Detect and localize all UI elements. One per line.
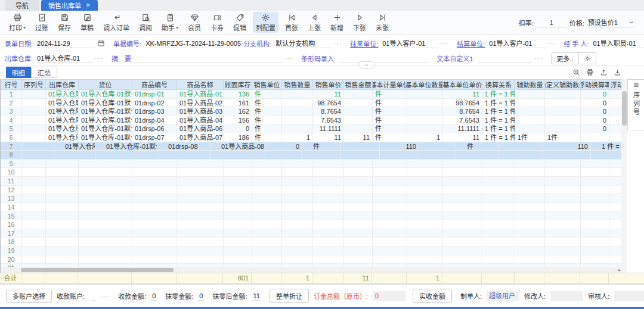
grid-cell-conv[interactable] bbox=[482, 229, 515, 238]
grid-cell-stock[interactable]: 0 bbox=[224, 124, 252, 133]
grid-cell-base_qty[interactable] bbox=[407, 203, 443, 211]
grid-cell-unit[interactable]: 件 bbox=[252, 90, 282, 98]
grid-cell-amount[interactable] bbox=[344, 194, 373, 202]
grid-cell-serial[interactable] bbox=[22, 168, 46, 176]
grid-row[interactable]: 20 bbox=[1, 255, 621, 264]
grid-cell-stock[interactable] bbox=[224, 168, 252, 176]
grid-cell-location[interactable]: 01导入仓库-01默认货位 bbox=[79, 124, 132, 133]
grid-cell-base_price[interactable]: 11.1111 bbox=[443, 124, 482, 133]
tab-sales-outbound[interactable]: 销售出库单 ✕ bbox=[41, 0, 98, 11]
grid-cell-name[interactable]: 01导入商品-06 bbox=[177, 124, 224, 133]
column-header-name[interactable]: 商品名称 bbox=[177, 80, 224, 89]
grid-cell-name[interactable] bbox=[177, 194, 224, 202]
grid-cell-location[interactable]: 01导入仓库-01默认货位 bbox=[79, 107, 132, 116]
grid-cell-code[interactable]: 01drsp-07 bbox=[132, 133, 177, 142]
grid-cell-price[interactable] bbox=[313, 160, 344, 168]
grid-cell-code[interactable]: 01drsp-03 bbox=[132, 107, 177, 116]
grid-cell-code[interactable] bbox=[132, 212, 177, 220]
grid-cell-base_qty[interactable] bbox=[407, 107, 443, 116]
grid-cell-float2[interactable] bbox=[609, 229, 621, 238]
grid-cell-unit[interactable]: 件 bbox=[252, 124, 282, 133]
outbound-warehouse-input[interactable]: 01导入仓库-01 bbox=[36, 54, 93, 63]
grid-cell-serial[interactable] bbox=[22, 133, 46, 142]
grid-cell-code[interactable] bbox=[132, 168, 177, 176]
grid-cell-serial[interactable] bbox=[22, 177, 46, 185]
grid-cell-float_rate[interactable] bbox=[581, 255, 609, 264]
grid-cell-aux[interactable] bbox=[515, 238, 545, 246]
grid-cell-base_qty[interactable]: 1 bbox=[407, 133, 443, 142]
receive-amount-input[interactable]: 0 bbox=[151, 291, 157, 301]
scroll-right-arrow-icon[interactable]: ▸ bbox=[618, 267, 621, 273]
grid-cell-name[interactable]: 01导入商品-08 bbox=[219, 142, 265, 151]
grid-cell-base_unit[interactable]: 件 bbox=[373, 116, 407, 124]
grid-cell-warehouse[interactable]: 01导入仓库-... bbox=[46, 107, 79, 116]
grid-cell-qty[interactable] bbox=[282, 107, 313, 116]
grid-cell-conv[interactable] bbox=[482, 212, 515, 220]
grid-cell-code[interactable]: 01drsp-04 bbox=[132, 116, 177, 124]
grid-cell-conv[interactable] bbox=[482, 194, 515, 202]
grid-cell-price[interactable] bbox=[313, 194, 344, 202]
close-icon[interactable]: ✕ bbox=[86, 2, 91, 8]
price-select[interactable]: 预设售价1 bbox=[588, 18, 634, 27]
grid-cell-float_rate[interactable] bbox=[581, 246, 609, 255]
grid-cell-base_price[interactable]: 98.7654 bbox=[443, 99, 482, 107]
grid-cell-custom_aux[interactable]: 1件 bbox=[545, 133, 581, 142]
grid-cell-unit[interactable] bbox=[252, 238, 282, 246]
grid-cell-location[interactable]: 01导入仓库-01默认货位 bbox=[79, 99, 132, 107]
grid-cell-float2[interactable] bbox=[609, 107, 621, 116]
grid-cell-float_rate[interactable] bbox=[581, 160, 609, 168]
grid-cell-no[interactable]: 1 bbox=[1, 90, 22, 98]
grid-cell-aux[interactable] bbox=[515, 255, 545, 264]
grid-cell-warehouse[interactable]: 01导入仓库-... bbox=[63, 142, 95, 151]
grid-cell-price[interactable]: 7.6543 bbox=[313, 116, 344, 124]
grid-cell-price[interactable] bbox=[313, 238, 344, 246]
grid-cell-stock[interactable]: 186 bbox=[224, 133, 252, 142]
grid-cell-warehouse[interactable] bbox=[46, 220, 79, 229]
grid-cell-price[interactable] bbox=[388, 151, 419, 159]
grid-cell-custom_aux[interactable] bbox=[545, 99, 581, 107]
grid-cell-base_qty[interactable] bbox=[407, 220, 443, 229]
grid-cell-qty[interactable] bbox=[282, 238, 313, 246]
prev-button[interactable]: 上张 bbox=[305, 12, 324, 33]
grid-cell-qty[interactable] bbox=[282, 116, 313, 124]
column-config-button[interactable]: 列配置 bbox=[253, 12, 278, 33]
grid-cell-base_price[interactable] bbox=[443, 168, 482, 176]
grid-cell-base_qty[interactable] bbox=[407, 194, 443, 202]
grid-cell-custom_aux[interactable] bbox=[545, 194, 581, 202]
grid-cell-base_unit[interactable] bbox=[373, 186, 407, 194]
grid-cell-float_rate[interactable] bbox=[581, 177, 609, 185]
grid-cell-price[interactable] bbox=[313, 246, 344, 255]
grid-cell-name[interactable] bbox=[177, 203, 224, 211]
grid-cell-name[interactable] bbox=[177, 212, 224, 220]
grid-cell-base_qty[interactable] bbox=[407, 238, 443, 246]
settle-unit-input[interactable]: 01导入客户-01 bbox=[488, 39, 545, 48]
grid-cell-stock[interactable]: 136 bbox=[224, 90, 252, 98]
grid-cell-base_price[interactable] bbox=[443, 203, 482, 211]
grid-cell-conv[interactable]: 1 件 = 1 件 bbox=[482, 90, 515, 98]
grid-cell-aux[interactable]: 1件 bbox=[515, 133, 545, 142]
text-custom1-lookup-button[interactable]: ··· bbox=[534, 55, 543, 62]
grid-cell-qty[interactable] bbox=[282, 99, 313, 107]
grid-cell-location[interactable] bbox=[79, 212, 132, 220]
grid-cell-conv[interactable] bbox=[482, 186, 515, 194]
grid-cell-custom_aux[interactable] bbox=[545, 90, 581, 98]
grid-cell-code[interactable] bbox=[132, 246, 177, 255]
grid-cell-warehouse[interactable] bbox=[46, 177, 79, 185]
grid-cell-amount[interactable] bbox=[344, 116, 373, 124]
grid-cell-custom_aux[interactable] bbox=[545, 238, 581, 246]
grid-cell-amount[interactable] bbox=[344, 99, 373, 107]
column-header-no[interactable]: 行号 bbox=[1, 80, 22, 89]
grid-cell-serial[interactable] bbox=[22, 246, 46, 255]
grid-cell-conv[interactable] bbox=[482, 168, 515, 176]
grid-cell-custom_aux[interactable] bbox=[545, 203, 581, 211]
grid-cell-stock[interactable]: 0 bbox=[274, 142, 302, 151]
grid-cell-name[interactable]: 01导入商品-04 bbox=[177, 116, 224, 124]
grid-cell-amount[interactable] bbox=[344, 177, 373, 185]
grid-cell-amount[interactable] bbox=[344, 160, 373, 168]
grid-cell-base_unit[interactable] bbox=[465, 151, 499, 159]
grid-cell-qty[interactable] bbox=[282, 124, 313, 133]
grid-cell-serial[interactable] bbox=[22, 203, 46, 211]
grid-cell-qty[interactable]: 1 bbox=[282, 133, 313, 142]
grid-cell-float_rate[interactable] bbox=[581, 186, 609, 194]
grid-cell-price[interactable]: 11.1111 bbox=[313, 124, 344, 133]
